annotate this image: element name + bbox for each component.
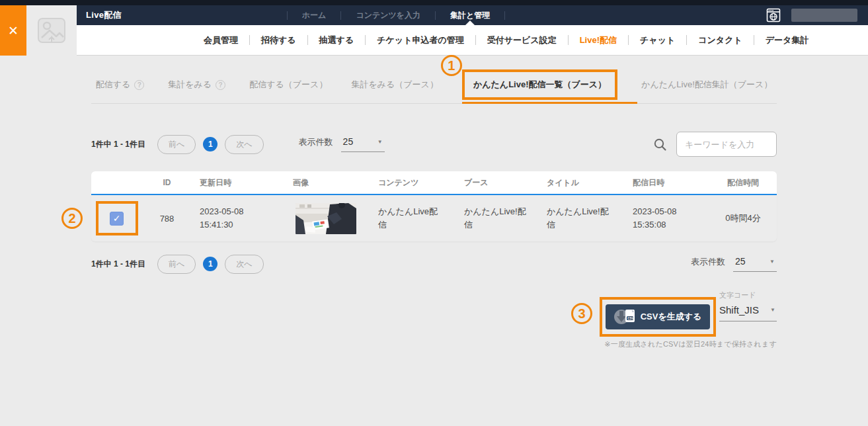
help-icon[interactable]: ? bbox=[216, 80, 225, 90]
result-count-summary: 1件中 1 - 1件目 bbox=[91, 139, 145, 150]
tab-stream[interactable]: 配信する ? bbox=[96, 79, 145, 91]
charset-control: 文字コード Shift_JIS ▼ bbox=[719, 290, 777, 321]
column-content: コンテンツ bbox=[370, 177, 456, 189]
generate-csv-button[interactable]: CSV CSVを生成する bbox=[606, 304, 710, 329]
account-button[interactable] bbox=[791, 9, 857, 22]
per-page-control: 表示件数 25 ▼ bbox=[691, 256, 777, 272]
close-icon: ✕ bbox=[8, 23, 19, 38]
subnav-item-ticket-applicants[interactable]: チケット申込者の管理 bbox=[366, 34, 475, 46]
tab-label: 配信する bbox=[96, 79, 131, 91]
row-checkbox-cell: ✓ bbox=[91, 201, 142, 235]
tab-label: かんたんLive!配信集計（ブース） bbox=[641, 79, 772, 91]
tab-kantan-live-list-booth[interactable]: 1 かんたんLive!配信一覧（ブース） bbox=[462, 69, 617, 100]
tab-label: 配信する（ブース） bbox=[249, 79, 327, 91]
search-input[interactable] bbox=[676, 132, 777, 157]
table-row: 2 ✓ 788 2023-05-08 15:41:30 bbox=[91, 195, 777, 241]
annotation-step-2: 2 bbox=[61, 208, 83, 229]
column-id: ID bbox=[142, 178, 192, 187]
next-page-button[interactable]: 次へ bbox=[225, 135, 263, 154]
cell-booth: かんたんLive!配信 bbox=[456, 205, 539, 232]
column-delivered-at: 配信日時 bbox=[625, 177, 709, 189]
help-icon[interactable]: ? bbox=[134, 80, 144, 90]
top-navbar: Live配信 ホーム コンテンツを入力 集計と管理 bbox=[77, 5, 868, 25]
page-number-button[interactable]: 1 bbox=[203, 257, 217, 271]
list-controls-bottom: 1件中 1 - 1件目 前へ 1 次へ 表示件数 25 ▼ bbox=[91, 255, 777, 273]
per-page-value: 25 bbox=[343, 136, 354, 147]
subnav-item-lottery[interactable]: 抽選する bbox=[308, 34, 366, 46]
result-count-summary: 1件中 1 - 1件目 bbox=[91, 259, 145, 270]
per-page-select[interactable]: 25 ▼ bbox=[733, 256, 777, 272]
column-booth: ブース bbox=[456, 177, 539, 189]
screen: ✕ Live配信 ホーム コンテンツを入力 集計と管理 bbox=[0, 0, 868, 426]
tab-view-stats-booth[interactable]: 集計をみる（ブース） bbox=[351, 79, 438, 91]
list-controls-top: 1件中 1 - 1件目 前へ 1 次へ 表示件数 25 ▼ bbox=[91, 131, 777, 157]
cell-content: かんたんLive配信 bbox=[370, 205, 456, 232]
generate-csv-label: CSVを生成する bbox=[641, 311, 702, 323]
nav-item-content-input[interactable]: コンテンツを入力 bbox=[341, 5, 435, 25]
tab-view-stats[interactable]: 集計をみる ? bbox=[168, 79, 225, 91]
per-page-control: 表示件数 25 ▼ bbox=[299, 136, 385, 152]
per-page-label: 表示件数 bbox=[299, 136, 333, 148]
column-duration: 配信時間 bbox=[709, 177, 777, 189]
cell-delivered-at: 2023-05-08 15:35:08 bbox=[625, 205, 709, 232]
subnav-item-contact[interactable]: コンタクト bbox=[687, 34, 754, 46]
subnav-item-data-aggregation[interactable]: データ集計 bbox=[754, 34, 820, 46]
charset-value: Shift_JIS bbox=[719, 304, 759, 316]
column-title: タイトル bbox=[539, 177, 625, 189]
tab-kantan-live-stats-booth[interactable]: かんたんLive!配信集計（ブース） bbox=[641, 79, 772, 91]
csv-section: 3 CSV CSVを生成する 文字コード Shift_JIS ▼ bbox=[91, 294, 777, 361]
annotation-step-1: 1 bbox=[441, 55, 462, 76]
page-number-button[interactable]: 1 bbox=[203, 137, 217, 151]
tab-label: 集計をみる（ブース） bbox=[351, 79, 438, 91]
subnav-item-live-streaming[interactable]: Live!配信 bbox=[569, 34, 628, 46]
language-globe-icon[interactable] bbox=[766, 8, 781, 22]
sub-navbar: 会員管理 招待する 抽選する チケット申込者の管理 受付サービス設定 Live!… bbox=[77, 25, 868, 56]
table-header-row: ID 更新日時 画像 コンテンツ ブース タイトル 配信日時 配信時間 bbox=[91, 171, 777, 195]
subnav-item-invite[interactable]: 招待する bbox=[250, 34, 307, 46]
chevron-down-icon: ▼ bbox=[377, 139, 383, 145]
cell-duration: 0時間4分 bbox=[709, 212, 777, 224]
cell-image bbox=[281, 203, 370, 234]
chevron-down-icon: ▼ bbox=[770, 307, 775, 313]
top-nav-menu: ホーム コンテンツを入力 集計と管理 bbox=[287, 5, 506, 25]
column-updated-at: 更新日時 bbox=[192, 177, 281, 189]
per-page-label: 表示件数 bbox=[691, 256, 725, 268]
close-button[interactable]: ✕ bbox=[0, 5, 26, 56]
nav-item-home[interactable]: ホーム bbox=[288, 5, 341, 25]
stream-list-table: ID 更新日時 画像 コンテンツ ブース タイトル 配信日時 配信時間 2 ✓ … bbox=[91, 171, 777, 241]
nav-item-aggregation-management[interactable]: 集計と管理 bbox=[436, 5, 504, 25]
header: ✕ Live配信 ホーム コンテンツを入力 集計と管理 bbox=[0, 5, 868, 56]
svg-text:CSV: CSV bbox=[627, 317, 634, 320]
prev-page-button[interactable]: 前へ bbox=[157, 135, 196, 154]
image-placeholder-icon bbox=[36, 17, 67, 44]
tab-stream-booth[interactable]: 配信する（ブース） bbox=[249, 79, 327, 91]
per-page-select[interactable]: 25 ▼ bbox=[341, 136, 385, 152]
app-title: Live配信 bbox=[86, 9, 122, 21]
subnav-item-chat[interactable]: チャット bbox=[629, 34, 686, 46]
annotation-box-checkbox: ✓ bbox=[96, 201, 138, 235]
header-main: Live配信 ホーム コンテンツを入力 集計と管理 bbox=[77, 5, 868, 56]
csv-download-icon: CSV bbox=[614, 308, 636, 325]
tab-label: 集計をみる bbox=[168, 79, 212, 91]
stream-thumbnail[interactable] bbox=[296, 203, 356, 234]
logo-placeholder bbox=[26, 5, 77, 56]
navbar-right bbox=[766, 8, 861, 22]
per-page-value: 25 bbox=[735, 256, 746, 267]
subnav-item-reception-settings[interactable]: 受付サービス設定 bbox=[476, 34, 568, 46]
cell-title: かんたんLive!配信 bbox=[539, 205, 625, 232]
nav-separator bbox=[504, 11, 505, 20]
tab-label: かんたんLive!配信一覧（ブース） bbox=[473, 79, 606, 91]
browser-top-strip bbox=[0, 0, 868, 5]
column-image: 画像 bbox=[281, 177, 370, 189]
charset-select[interactable]: Shift_JIS ▼ bbox=[719, 304, 777, 321]
row-checkbox[interactable]: ✓ bbox=[110, 212, 124, 226]
search-icon bbox=[653, 138, 667, 151]
cell-updated-at: 2023-05-08 15:41:30 bbox=[192, 205, 281, 232]
subnav-item-member-management[interactable]: 会員管理 bbox=[192, 34, 249, 46]
prev-page-button[interactable]: 前へ bbox=[157, 255, 196, 274]
annotation-box-csv: CSV CSVを生成する bbox=[600, 297, 716, 337]
next-page-button[interactable]: 次へ bbox=[225, 255, 263, 274]
charset-label: 文字コード bbox=[719, 290, 777, 300]
csv-retention-note: ※一度生成されたCSVは翌日24時まで保持されます bbox=[604, 339, 777, 349]
search bbox=[653, 132, 777, 157]
